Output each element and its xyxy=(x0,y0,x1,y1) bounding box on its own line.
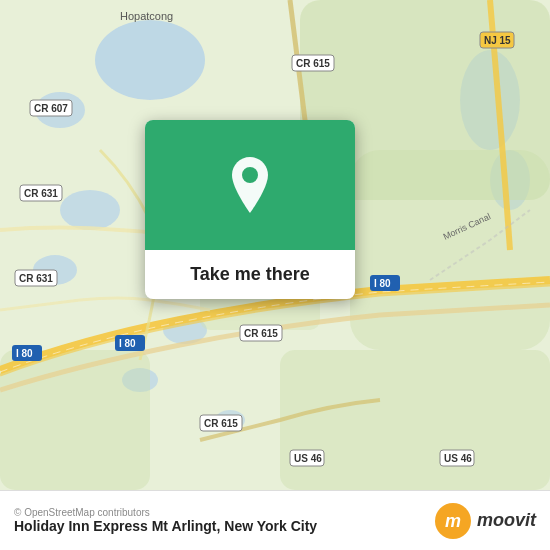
svg-text:Hopatcong: Hopatcong xyxy=(120,10,173,22)
svg-text:I 80: I 80 xyxy=(374,278,391,289)
svg-point-1 xyxy=(95,20,205,100)
svg-rect-13 xyxy=(280,350,550,490)
svg-text:CR 631: CR 631 xyxy=(24,188,58,199)
take-me-there-card[interactable]: Take me there xyxy=(145,120,355,299)
place-name: Holiday Inn Express Mt Arlingt, New York… xyxy=(14,518,317,534)
map-attribution: © OpenStreetMap contributors xyxy=(14,507,317,518)
moovit-wordmark: moovit xyxy=(477,510,536,531)
bottom-info: © OpenStreetMap contributors Holiday Inn… xyxy=(14,507,317,534)
svg-point-3 xyxy=(60,190,120,230)
map-container: Hopatcong CR 615 CR 607 CR 631 CR 631 I … xyxy=(0,0,550,490)
svg-text:US 46: US 46 xyxy=(294,453,322,464)
moovit-m-letter: m xyxy=(445,512,461,530)
svg-text:NJ 15: NJ 15 xyxy=(484,35,511,46)
svg-point-41 xyxy=(242,167,258,183)
location-pin-icon xyxy=(226,157,274,213)
moovit-logo: m moovit xyxy=(435,503,536,539)
svg-rect-11 xyxy=(350,150,550,350)
svg-text:I 80: I 80 xyxy=(119,338,136,349)
svg-text:I 80: I 80 xyxy=(16,348,33,359)
svg-text:CR 631: CR 631 xyxy=(19,273,53,284)
svg-text:CR 607: CR 607 xyxy=(34,103,68,114)
moovit-icon: m xyxy=(435,503,471,539)
svg-text:CR 615: CR 615 xyxy=(244,328,278,339)
bottom-bar: © OpenStreetMap contributors Holiday Inn… xyxy=(0,490,550,550)
svg-text:US 46: US 46 xyxy=(444,453,472,464)
take-me-there-button[interactable]: Take me there xyxy=(145,250,355,299)
card-header xyxy=(145,120,355,250)
svg-text:CR 615: CR 615 xyxy=(204,418,238,429)
svg-text:CR 615: CR 615 xyxy=(296,58,330,69)
